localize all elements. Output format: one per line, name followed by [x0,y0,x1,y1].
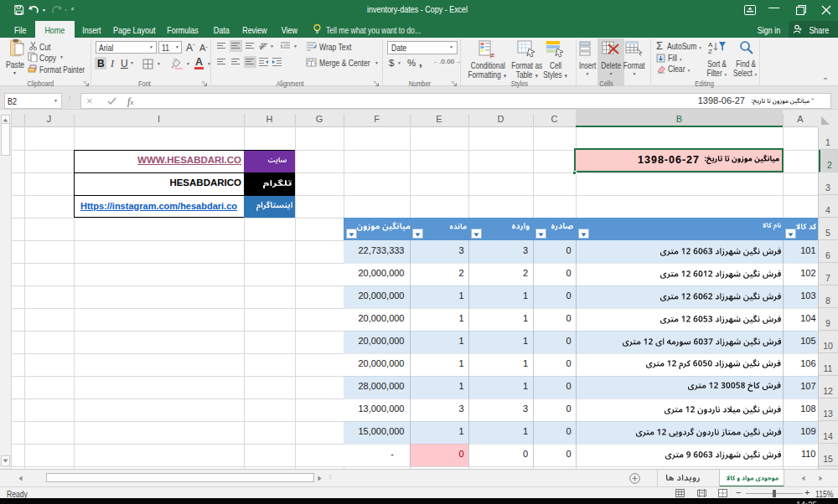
svg-text:ab: ab [259,41,268,51]
svg-text:Z: Z [708,48,712,54]
svg-text:≠: ≠ [489,50,494,60]
